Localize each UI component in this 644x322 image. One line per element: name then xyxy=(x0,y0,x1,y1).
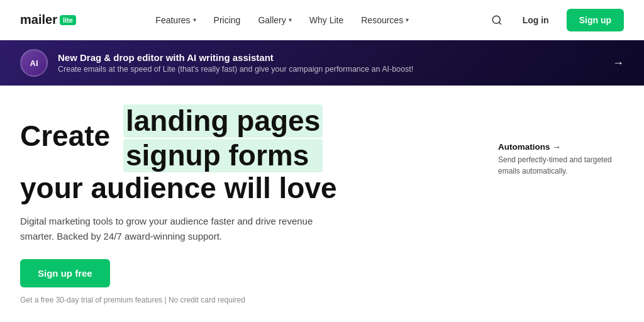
ai-badge: AI xyxy=(20,49,48,77)
logo[interactable]: mailer lite xyxy=(20,13,76,27)
nav-actions: Log in Sign up xyxy=(489,9,624,31)
main-nav: Features ▾ Pricing Gallery ▾ Why Lite Re… xyxy=(155,15,409,25)
hero-left: Create landing pages signup forms your a… xyxy=(20,104,347,305)
nav-item-why-lite[interactable]: Why Lite xyxy=(309,15,343,25)
chevron-down-icon: ▾ xyxy=(406,16,409,23)
signup-free-button[interactable]: Sign up free xyxy=(20,259,110,287)
nav-item-pricing[interactable]: Pricing xyxy=(214,15,241,25)
search-button[interactable] xyxy=(489,12,505,28)
nav-item-resources[interactable]: Resources ▾ xyxy=(361,15,409,25)
site-header: mailer lite Features ▾ Pricing Gallery ▾… xyxy=(0,0,644,40)
ai-banner: AI New Drag & drop editor with AI writin… xyxy=(0,40,644,86)
chevron-down-icon: ▾ xyxy=(193,16,196,23)
hero-subtext: Digital marketing tools to grow your aud… xyxy=(20,214,347,244)
banner-subtitle: Create emails at the speed of Lite (that… xyxy=(58,65,413,74)
animated-word-1: landing pages xyxy=(123,104,323,138)
headline-suffix: your audience will love xyxy=(20,172,337,204)
banner-title: New Drag & drop editor with AI writing a… xyxy=(58,52,413,63)
word-stack: landing pages signup forms xyxy=(123,104,323,172)
hero-headline: Create landing pages signup forms your a… xyxy=(20,104,347,204)
logo-text: mailer xyxy=(20,13,57,27)
headline-prefix: Create xyxy=(20,119,110,152)
feature-description: Send perfectly-timed and targeted emails… xyxy=(498,154,618,177)
search-icon xyxy=(491,14,502,26)
hero-section: Create landing pages signup forms your a… xyxy=(0,86,644,318)
banner-arrow-icon[interactable]: → xyxy=(613,57,624,70)
animated-word-2: signup forms xyxy=(123,139,323,172)
banner-content: AI New Drag & drop editor with AI writin… xyxy=(20,49,413,77)
feature-label: Automations → xyxy=(498,142,624,152)
nav-item-gallery[interactable]: Gallery ▾ xyxy=(258,15,291,25)
animated-words: landing pages signup forms xyxy=(123,104,323,172)
hero-right: Automations → Send perfectly-timed and t… xyxy=(498,104,624,177)
nav-item-features[interactable]: Features ▾ xyxy=(155,15,196,25)
login-button[interactable]: Log in xyxy=(515,10,557,30)
banner-text: New Drag & drop editor with AI writing a… xyxy=(58,52,413,74)
signup-button[interactable]: Sign up xyxy=(567,9,624,31)
trial-note: Get a free 30-day trial of premium featu… xyxy=(20,296,245,304)
logo-badge: lite xyxy=(60,15,76,25)
chevron-down-icon: ▾ xyxy=(289,16,292,23)
svg-line-1 xyxy=(499,22,501,24)
svg-point-0 xyxy=(492,16,500,23)
